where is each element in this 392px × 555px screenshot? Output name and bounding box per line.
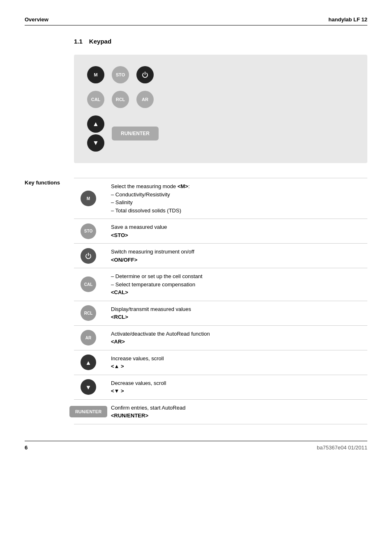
section-title: 1.1 Keypad bbox=[74, 38, 367, 45]
key-desc-RCL: Display/transmit measured values <RCL> bbox=[111, 305, 367, 321]
keypad-btn-runenter[interactable]: RUN/ENTER bbox=[112, 127, 159, 140]
key-btn-CAL[interactable]: CAL bbox=[81, 276, 96, 292]
section-heading: Keypad bbox=[89, 38, 111, 45]
keypad-btn-power[interactable] bbox=[136, 66, 154, 83]
key-icon-cell-runenter: RUN/ENTER bbox=[74, 406, 103, 417]
keypad-arrow-col: ▲ ▼ bbox=[87, 115, 104, 152]
keypad-diagram: M STO CAL RCL AR ▲ ▼ RUN/ENTER bbox=[74, 55, 367, 163]
table-row: STO Save a measured value <STO> bbox=[74, 219, 367, 244]
key-btn-arrow-down[interactable]: ▼ bbox=[81, 379, 96, 395]
keypad-btn-RCL[interactable]: RCL bbox=[112, 91, 129, 108]
key-desc-M: Select the measuring mode <M>: Conductiv… bbox=[111, 182, 367, 214]
table-row: RUN/ENTER Confirm entries, start AutoRea… bbox=[74, 400, 367, 424]
table-row: ▼ Decrease values, scroll <▼ > bbox=[74, 375, 367, 400]
header-right: handylab LF 12 bbox=[328, 16, 367, 23]
key-desc-STO: Save a measured value <STO> bbox=[111, 223, 367, 239]
keypad-row-2: CAL RCL AR bbox=[87, 91, 354, 108]
key-icon-cell-AR: AR bbox=[74, 330, 103, 345]
section-number: 1.1 bbox=[74, 38, 83, 45]
footer-page-number: 6 bbox=[25, 444, 28, 451]
key-icon-cell-arrow-down: ▼ bbox=[74, 379, 103, 395]
key-desc-AR: Activate/deactivate the AutoRead functio… bbox=[111, 330, 367, 346]
table-row: ▲ Increase values, scroll <▲ > bbox=[74, 350, 367, 375]
key-btn-RCL[interactable]: RCL bbox=[81, 305, 96, 321]
key-functions-label: Key functions bbox=[25, 178, 74, 186]
key-btn-arrow-up[interactable]: ▲ bbox=[81, 355, 96, 370]
page-footer: 6 ba75367e04 01/2011 bbox=[25, 441, 367, 451]
key-functions-section: Key functions M Select the measuring mod… bbox=[25, 178, 367, 424]
key-icon-cell-M: M bbox=[74, 191, 103, 206]
table-row: AR Activate/deactivate the AutoRead func… bbox=[74, 326, 367, 350]
key-desc-power: Switch measuring instrument on/off <ON/O… bbox=[111, 248, 367, 264]
key-btn-power[interactable] bbox=[81, 248, 96, 264]
key-btn-STO[interactable]: STO bbox=[81, 223, 96, 239]
key-table: M Select the measuring mode <M>: Conduct… bbox=[74, 178, 367, 424]
keypad-btn-M[interactable]: M bbox=[87, 66, 104, 83]
table-row: Switch measuring instrument on/off <ON/O… bbox=[74, 244, 367, 268]
key-desc-runenter: Confirm entries, start AutoRead <RUN/ENT… bbox=[111, 404, 367, 420]
keypad-row-3: ▲ ▼ RUN/ENTER bbox=[87, 115, 354, 152]
key-btn-AR[interactable]: AR bbox=[81, 330, 96, 345]
keypad-btn-arrow-up[interactable]: ▲ bbox=[87, 115, 104, 133]
header-left: Overview bbox=[25, 16, 48, 23]
key-btn-runenter[interactable]: RUN/ENTER bbox=[69, 406, 107, 417]
key-btn-M[interactable]: M bbox=[81, 191, 96, 206]
key-icon-cell-RCL: RCL bbox=[74, 305, 103, 321]
keypad-btn-STO[interactable]: STO bbox=[112, 66, 129, 83]
keypad-btn-AR[interactable]: AR bbox=[136, 91, 154, 108]
footer-doc-info: ba75367e04 01/2011 bbox=[317, 444, 367, 451]
key-desc-arrow-up: Increase values, scroll <▲ > bbox=[111, 355, 367, 371]
key-desc-arrow-down: Decrease values, scroll <▼ > bbox=[111, 379, 367, 395]
table-row: RCL Display/transmit measured values <RC… bbox=[74, 301, 367, 326]
key-icon-cell-power bbox=[74, 248, 103, 264]
table-row: CAL Determine or set up the cell constan… bbox=[74, 268, 367, 301]
keypad-btn-CAL[interactable]: CAL bbox=[87, 91, 104, 108]
keypad-btn-arrow-down[interactable]: ▼ bbox=[87, 134, 104, 152]
keypad-row-1: M STO bbox=[87, 66, 354, 83]
key-icon-cell-arrow-up: ▲ bbox=[74, 355, 103, 370]
key-icon-cell-CAL: CAL bbox=[74, 276, 103, 292]
key-desc-CAL: Determine or set up the cell constant Se… bbox=[111, 272, 367, 297]
page-header: Overview handylab LF 12 bbox=[25, 16, 367, 25]
key-icon-cell-STO: STO bbox=[74, 223, 103, 239]
table-row: M Select the measuring mode <M>: Conduct… bbox=[74, 178, 367, 219]
